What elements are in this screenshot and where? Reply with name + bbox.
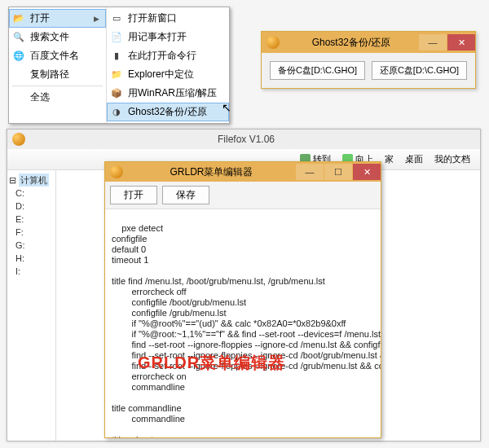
toolbar-home[interactable]: 家 (380, 152, 399, 167)
tree-drive[interactable]: C: (9, 187, 54, 200)
menu-item[interactable]: ◑Ghost32备份/还原 (107, 103, 229, 121)
maximize-button[interactable]: ☐ (324, 164, 352, 180)
menu-item-label: 百度文件名 (30, 49, 79, 63)
menu-item-label: 用WinRAR压缩/解压 (128, 86, 217, 100)
context-menu: 📂打开▶🔍搜索文件🌐百度文件名复制路径全选 ▭打开新窗口📄用记事本打开▮在此打开… (8, 7, 230, 124)
editor-overlay-label: GRLDR菜单编辑器 (138, 358, 285, 368)
minimize-button[interactable]: — (296, 164, 324, 180)
close-button[interactable]: ✕ (447, 34, 475, 51)
menu-item[interactable]: ▮在此打开命令行 (107, 46, 229, 65)
globe-icon: 🌐 (12, 50, 25, 63)
explorer-icon: 📁 (110, 68, 123, 81)
menu-item-label: 在此打开命令行 (128, 49, 196, 63)
cmd-icon: ▮ (110, 50, 123, 63)
editor-textarea[interactable]: pxe detect configfile default 0 timeout … (105, 209, 381, 437)
menu-item[interactable]: 📄用记事本打开 (107, 28, 229, 46)
filefox-title: Filefox V1.06 (12, 134, 480, 145)
ghost32-window: Ghost32备份/还原 — ✕ 备份C盘[D:\C.GHO] 还原C盘[D:\… (261, 31, 476, 89)
context-menu-right: ▭打开新窗口📄用记事本打开▮在此打开命令行📁Explorer中定位📦用WinRA… (107, 7, 229, 123)
menu-item-label: 打开 (30, 11, 50, 25)
window-icon: ▭ (110, 12, 123, 25)
menu-item[interactable]: 复制路径 (9, 65, 106, 84)
context-menu-left: 📂打开▶🔍搜索文件🌐百度文件名复制路径全选 (9, 7, 107, 123)
menu-item-label: 搜索文件 (30, 30, 69, 44)
grldr-app-icon (110, 165, 123, 178)
menu-item[interactable]: ▭打开新窗口 (107, 9, 229, 28)
search-icon: 🔍 (12, 31, 25, 44)
ghost32-titlebar: Ghost32备份/还原 — ✕ (262, 32, 475, 53)
filefox-titlebar: Filefox V1.06 (7, 130, 480, 149)
backup-button[interactable]: 备份C盘[D:\C.GHO] (270, 61, 365, 80)
menu-item-label: Ghost32备份/还原 (128, 105, 207, 119)
tree-root[interactable]: 计算机 (19, 173, 49, 187)
menu-item-label: 复制路径 (30, 68, 69, 81)
menu-item-label: 打开新窗口 (128, 11, 177, 25)
menu-item-label: Explorer中定位 (128, 68, 194, 81)
menu-item[interactable]: 🔍搜索文件 (9, 28, 106, 46)
open-button[interactable]: 打开 (110, 186, 157, 204)
filefox-app-icon (12, 133, 25, 146)
menu-item[interactable]: 📂打开▶ (9, 9, 106, 28)
close-button[interactable]: ✕ (353, 164, 381, 180)
menu-item[interactable]: 🌐百度文件名 (9, 46, 106, 65)
tree-drive[interactable]: F: (9, 226, 54, 239)
menu-item-label: 用记事本打开 (128, 30, 187, 44)
restore-button[interactable]: 还原C盘[D:\C.GHO] (372, 61, 467, 80)
blank-icon (12, 91, 25, 104)
grldr-toolbar: 打开 保存 (105, 182, 381, 209)
toolbar-mydocs-label: 我的文档 (434, 153, 470, 165)
toolbar-desktop[interactable]: 桌面 (400, 152, 428, 167)
menu-item[interactable]: 📁Explorer中定位 (107, 65, 229, 84)
tree-drive[interactable]: I: (9, 265, 54, 278)
editor-content: pxe detect configfile default 0 timeout … (112, 223, 381, 437)
drive-tree[interactable]: ⊟ 计算机C:D:E:F:G:H:I: (7, 170, 56, 441)
tree-drive[interactable]: E: (9, 213, 54, 226)
save-button[interactable]: 保存 (162, 186, 209, 204)
tree-drive[interactable]: D: (9, 200, 54, 213)
grldr-editor-window: GRLDR菜单编辑器 — ☐ ✕ 打开 保存 pxe detect config… (104, 161, 381, 438)
toolbar-home-label: 家 (385, 153, 394, 165)
grldr-title: GRLDR菜单编辑器 (128, 165, 295, 179)
ghost-icon: ◑ (110, 106, 123, 119)
submenu-arrow-icon: ▶ (94, 15, 99, 23)
menu-item[interactable]: 全选 (9, 88, 106, 107)
ghost32-app-icon (267, 36, 280, 49)
ghost32-title: Ghost32备份/还原 (284, 36, 418, 50)
minimize-button[interactable]: — (419, 34, 447, 51)
tree-drive[interactable]: H: (9, 252, 54, 265)
blank-icon (12, 68, 25, 81)
tree-drive[interactable]: G: (9, 239, 54, 252)
menu-separator (12, 86, 103, 86)
toolbar-desktop-label: 桌面 (405, 153, 423, 165)
grldr-titlebar: GRLDR菜单编辑器 — ☐ ✕ (105, 162, 381, 182)
winrar-icon: 📦 (110, 87, 123, 100)
notepad-icon: 📄 (110, 31, 123, 44)
toolbar-mydocs[interactable]: 我的文档 (430, 152, 475, 167)
menu-item-label: 全选 (30, 90, 50, 104)
folder-open-icon: 📂 (12, 12, 25, 25)
menu-item[interactable]: 📦用WinRAR压缩/解压 (107, 84, 229, 103)
